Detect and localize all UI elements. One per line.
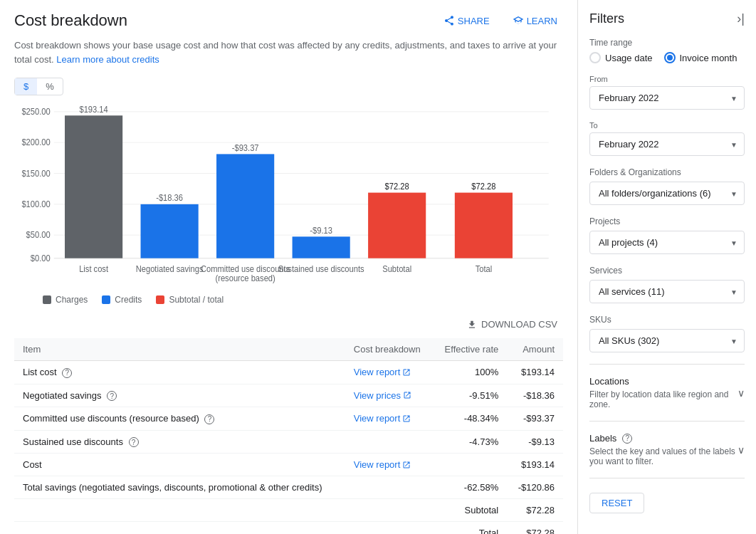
total-row: Total $72.28 (14, 522, 563, 535)
amount-committed: -$93.37 (507, 407, 563, 431)
table-row: Total savings (negotiated savings, disco… (14, 476, 563, 499)
subtotal-dot (156, 295, 164, 304)
locations-section[interactable]: Locations Filter by location data like r… (589, 373, 745, 412)
col-cost-breakdown: Cost breakdown (345, 338, 433, 361)
folders-section: Folders & Organizations All folders/orga… (589, 167, 745, 205)
table-header-row: Item Cost breakdown Effective rate Amoun… (14, 338, 563, 361)
table-row: Committed use discounts (resource based)… (14, 407, 563, 431)
svg-text:$72.28: $72.28 (385, 182, 409, 191)
dollar-toggle[interactable]: $ (15, 78, 37, 95)
cost-breakdown-committed: View report (345, 407, 433, 431)
item-sustained-discounts: Sustained use discounts ? (14, 430, 345, 454)
rate-sustained: -4.73% (433, 430, 507, 454)
reset-button[interactable]: RESET (589, 493, 644, 513)
invoice-month-option[interactable]: Invoice month (664, 52, 737, 63)
page-title: Cost breakdown (14, 11, 127, 30)
labels-label: Labels (589, 433, 616, 444)
external-link-icon (403, 391, 411, 399)
invoice-month-radio[interactable] (664, 52, 676, 63)
locations-sub: Filter by location data like region and … (589, 389, 737, 409)
page-header: Cost breakdown SHARE LEARN (14, 11, 563, 30)
amount-sustained: -$9.13 (507, 430, 563, 454)
folders-select-wrapper: All folders/organizations (6) (589, 182, 745, 205)
projects-label: Projects (589, 216, 745, 226)
folders-select[interactable]: All folders/organizations (6) (589, 182, 745, 205)
view-report-committed-link[interactable]: View report (354, 413, 411, 424)
skus-select[interactable]: All SKUs (302) (589, 329, 745, 352)
learn-more-link[interactable]: Learn more about credits (56, 54, 159, 65)
bar-sustained-discounts[interactable] (293, 236, 350, 258)
subtotal-row: Subtotal $72.28 (14, 499, 563, 522)
bar-negotiated-savings[interactable] (141, 204, 199, 258)
view-report-link[interactable]: View report (354, 367, 411, 377)
radio-group: Usage date Invoice month (589, 52, 745, 63)
filters-collapse-button[interactable]: ›| (737, 11, 745, 26)
help-icon[interactable]: ? (62, 368, 72, 378)
help-icon[interactable]: ? (129, 437, 139, 447)
time-range-label: Time range (589, 38, 745, 48)
to-select[interactable]: February 2022 (589, 132, 745, 156)
services-select[interactable]: All services (11) (589, 280, 745, 303)
services-label: Services (589, 266, 745, 276)
services-section: Services All services (11) (589, 266, 745, 303)
subtotal-empty2 (345, 499, 433, 522)
main-panel: Cost breakdown SHARE LEARN Cost breakdow… (0, 0, 578, 534)
bar-committed-discounts[interactable] (216, 154, 274, 258)
amount-cost: $193.14 (507, 454, 563, 476)
item-total-savings: Total savings (negotiated savings, disco… (14, 476, 345, 499)
cost-breakdown-cost: View report (345, 454, 433, 476)
usage-date-option[interactable]: Usage date (589, 52, 653, 63)
locations-content: Locations Filter by location data like r… (589, 376, 737, 409)
chart-legend: Charges Credits Subtotal / total (14, 295, 563, 305)
from-section: From February 2022 (589, 75, 745, 110)
charges-dot (43, 295, 51, 304)
svg-text:$250.00: $250.00 (21, 108, 50, 116)
folders-label: Folders & Organizations (589, 167, 745, 177)
labels-help-icon[interactable]: ? (622, 434, 632, 444)
services-select-wrapper: All services (11) (589, 280, 745, 303)
share-button[interactable]: SHARE (438, 12, 495, 29)
filters-title: Filters ›| (589, 11, 745, 26)
chart-container: $250.00 $200.00 $150.00 $100.00 $50.00 $… (14, 104, 563, 289)
item-list-cost: List cost ? (14, 361, 345, 384)
svg-text:Total: Total (476, 265, 493, 273)
bar-list-cost[interactable] (65, 115, 122, 258)
labels-section[interactable]: Labels ? Select the key and values of th… (589, 430, 745, 469)
percent-toggle[interactable]: % (37, 78, 63, 95)
svg-text:Sustained use discounts: Sustained use discounts (278, 265, 364, 273)
svg-text:$100.00: $100.00 (21, 200, 50, 209)
external-link-icon (402, 461, 411, 469)
help-icon[interactable]: ? (204, 414, 214, 424)
table-row: Sustained use discounts ? -4.73% -$9.13 (14, 430, 563, 454)
time-range-section: Time range Usage date Invoice month (589, 38, 745, 63)
legend-credits: Credits (102, 295, 142, 305)
projects-select[interactable]: All projects (4) (589, 231, 745, 254)
chart-svg: $250.00 $200.00 $150.00 $100.00 $50.00 $… (14, 104, 563, 289)
learn-label: LEARN (527, 16, 557, 26)
help-icon[interactable]: ? (107, 391, 117, 401)
amount-negotiated: -$18.36 (507, 384, 563, 407)
subtotal-label: Subtotal / total (169, 295, 224, 305)
download-label: DOWNLOAD CSV (481, 319, 557, 330)
bar-total[interactable] (455, 193, 513, 258)
description: Cost breakdown shows your base usage cos… (14, 38, 563, 66)
rate-list-cost: 100% (433, 361, 507, 384)
rate-cost (433, 454, 507, 476)
table-row: Cost View report $193.14 (14, 454, 563, 476)
usage-date-label: Usage date (605, 53, 653, 63)
rate-committed: -48.34% (433, 407, 507, 431)
usage-date-radio[interactable] (589, 52, 601, 63)
amount-list-cost: $193.14 (507, 361, 563, 384)
view-report-cost-link[interactable]: View report (354, 459, 411, 470)
from-select[interactable]: February 2022 (589, 86, 745, 110)
svg-text:Subtotal: Subtotal (382, 265, 411, 273)
charges-label: Charges (56, 295, 88, 305)
learn-button[interactable]: LEARN (507, 12, 563, 29)
svg-text:$50.00: $50.00 (26, 231, 51, 239)
bar-subtotal[interactable] (368, 193, 426, 258)
svg-text:$193.14: $193.14 (79, 105, 108, 114)
download-csv-button[interactable]: DOWNLOAD CSV (461, 316, 563, 333)
credits-label: Credits (115, 295, 142, 305)
divider (589, 364, 745, 365)
view-prices-link[interactable]: View prices (354, 390, 411, 401)
